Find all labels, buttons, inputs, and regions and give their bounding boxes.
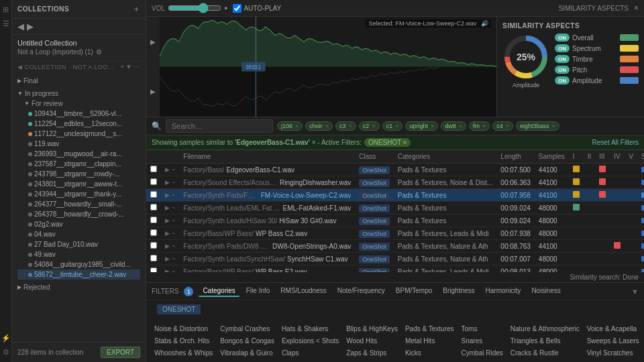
table-row[interactable]: ▶ ~ Factory/Synth Leads/EML Fat Aske... … — [146, 202, 644, 215]
vol-slider[interactable] — [168, 3, 221, 13]
settings-icon[interactable]: ⚙ — [3, 348, 9, 357]
similarity-close-btn[interactable]: × — [634, 3, 639, 13]
section-rejected[interactable]: ▶ Rejected — [17, 282, 140, 292]
sidebar-file-item[interactable]: 27 Bad Day_010.wav — [17, 239, 140, 249]
row-waveform-btn[interactable]: ~ — [172, 255, 175, 262]
col-ii[interactable]: II — [584, 150, 596, 164]
tag-dw8[interactable]: dw8 × — [441, 121, 466, 131]
spectrum-toggle[interactable]: ON — [555, 44, 570, 52]
overall-toggle[interactable]: ON — [555, 34, 570, 42]
row-waveform-btn[interactable]: ~ — [172, 204, 175, 211]
sidebar-file-item[interactable]: 109434__timbre__52906-vl... — [17, 109, 140, 119]
row-waveform-btn[interactable]: ~ — [172, 179, 175, 186]
tag-c1[interactable]: c1 × — [382, 121, 403, 131]
row-waveform-btn[interactable]: ~ — [172, 243, 175, 249]
tag-choir[interactable]: choir × — [305, 121, 333, 131]
col-similarity[interactable]: Similarity — [637, 150, 644, 164]
timbre-toggle[interactable]: ON — [555, 55, 570, 63]
row-play-btn[interactable]: ▶ — [165, 192, 170, 198]
row-play-btn[interactable]: ▶ — [165, 255, 170, 262]
filter-tab-brightness[interactable]: Brightness — [439, 286, 478, 297]
category-item[interactable]: Zaps & Strips — [343, 348, 400, 358]
filter-expand-btn[interactable]: ▼ — [631, 288, 639, 296]
row-checkbox[interactable] — [150, 242, 157, 249]
forward-btn[interactable]: ▶ — [27, 21, 34, 32]
pitch-toggle[interactable]: ON — [555, 66, 570, 74]
col-class[interactable]: Class — [355, 150, 394, 164]
filter-tab-file-info[interactable]: File Info — [242, 286, 274, 297]
row-checkbox[interactable] — [150, 217, 157, 223]
category-item[interactable]: Pads & Textures — [402, 324, 457, 334]
col-v[interactable]: V — [625, 150, 637, 164]
tag-c2[interactable]: c2 × — [359, 121, 380, 131]
category-item[interactable]: Whooshes & Whips — [152, 348, 215, 358]
sidebar-file-item[interactable]: 237587__xtrgamr__clappin... — [17, 159, 140, 169]
add-collection-btn[interactable]: + — [132, 4, 140, 14]
row-checkbox[interactable] — [150, 267, 157, 272]
row-play-btn[interactable]: ▶ — [165, 217, 170, 224]
oneshot-badge[interactable]: ONESHOT — [157, 304, 201, 314]
category-item[interactable]: Cymbal Rides — [459, 348, 506, 358]
tag-upright[interactable]: upright × — [405, 121, 438, 131]
export-btn[interactable]: EXPORT — [101, 347, 140, 358]
sidebar-file-item[interactable]: 243801__xtrgamr__awww-t... — [17, 179, 140, 189]
table-row[interactable]: ▶ ~ Factory/Synth Pads/DW8 Ope... DW8-Op… — [146, 240, 644, 253]
sidebar-file-item[interactable]: 117122__unclesigmund__s... — [17, 129, 140, 139]
row-waveform-btn[interactable]: ~ — [172, 192, 175, 198]
category-item[interactable]: Vibraslap & Guiro — [217, 348, 277, 358]
category-item[interactable]: Wood Hits — [343, 336, 400, 346]
row-play-btn[interactable]: ▶ — [165, 179, 170, 186]
category-item[interactable]: Toms — [459, 324, 506, 334]
category-item[interactable]: Metal Hits — [402, 336, 457, 346]
play-btn-top[interactable]: ▶ — [150, 38, 156, 46]
collection-action-plus[interactable]: + — [120, 63, 124, 70]
reset-all-btn[interactable]: Reset All Filters — [592, 139, 639, 146]
category-item[interactable]: Cymbal Crashes — [217, 324, 277, 334]
category-item[interactable]: Cracks & Rustle — [508, 348, 582, 358]
sidebar-file-item[interactable]: 54084__guitarguy1985__civild... — [17, 259, 140, 269]
back-btn[interactable]: ◀ — [17, 21, 24, 32]
row-checkbox[interactable] — [150, 229, 157, 236]
row-waveform-btn[interactable]: ~ — [172, 230, 175, 237]
section-final[interactable]: ▶ Final — [17, 76, 140, 86]
section-for-review[interactable]: ▼ For review — [24, 99, 140, 109]
row-play-btn[interactable]: ▶ — [165, 243, 170, 249]
category-item[interactable]: Snares — [459, 336, 506, 346]
list-icon[interactable]: ☰ — [3, 19, 9, 28]
row-checkbox[interactable] — [150, 191, 157, 198]
sidebar-file-item[interactable]: 264377__howardly__small-... — [17, 199, 140, 209]
row-play-btn[interactable]: ▶ — [165, 230, 170, 237]
tag-eight3bass[interactable]: eight3bass × — [516, 121, 559, 131]
filter-tab-harmonicity[interactable]: Harmonicity — [482, 286, 525, 297]
table-row[interactable]: ▶ ~ Factory/Synth Leads/HiSaw 30/ HiSaw … — [146, 215, 644, 227]
search-input[interactable] — [166, 119, 273, 133]
row-play-btn[interactable]: ▶ — [165, 166, 170, 173]
filter-tab-noisiness[interactable]: Noisiness — [527, 286, 564, 297]
oneshot-filter-tag[interactable]: ONESHOT × — [364, 138, 411, 147]
collection-action-arrow[interactable]: ▼ — [125, 63, 132, 70]
amplitude-toggle[interactable]: ON — [555, 76, 570, 84]
col-iv[interactable]: IV — [610, 150, 625, 164]
category-item[interactable]: Hats & Shakers — [279, 324, 341, 334]
tag-fm[interactable]: fm × — [469, 121, 490, 131]
tag-c4[interactable]: c4 × — [492, 121, 513, 131]
section-in-progress[interactable]: ▼ In progress — [17, 88, 140, 99]
sidebar-file-item[interactable]: 119.wav — [17, 139, 140, 149]
table-row[interactable]: ▶ ~ Factory/Synth Leads/SynchHSaw/ Synch… — [146, 253, 644, 265]
row-checkbox[interactable] — [150, 166, 157, 172]
grid-icon[interactable]: ⊞ — [3, 5, 9, 14]
table-row[interactable]: ▶ ~ Factory/Synth Pads/FM-Lo... FM-Voice… — [146, 189, 644, 202]
sidebar-file-item[interactable]: 49.wav — [17, 249, 140, 259]
row-checkbox[interactable] — [150, 255, 157, 261]
table-row[interactable]: ▶ ~ Factory/Sound Effects/Acoustic/ Ring… — [146, 176, 644, 189]
sidebar-file-item[interactable]: 236993__mugwood__air-ra... — [17, 149, 140, 159]
col-categories[interactable]: Categories — [394, 150, 497, 164]
col-length[interactable]: Length — [496, 150, 535, 164]
row-waveform-btn[interactable]: ~ — [172, 166, 175, 173]
sidebar-file-item[interactable]: 264378__howardly__crowd-... — [17, 209, 140, 219]
category-item[interactable]: Voice & Acapella — [584, 324, 642, 334]
category-item[interactable]: Explosions < Shots — [279, 336, 341, 346]
filter-tab-note-frequency[interactable]: Note/Frequency — [333, 286, 389, 297]
col-filename[interactable]: Filename — [179, 150, 355, 164]
row-waveform-btn[interactable]: ~ — [172, 217, 175, 224]
